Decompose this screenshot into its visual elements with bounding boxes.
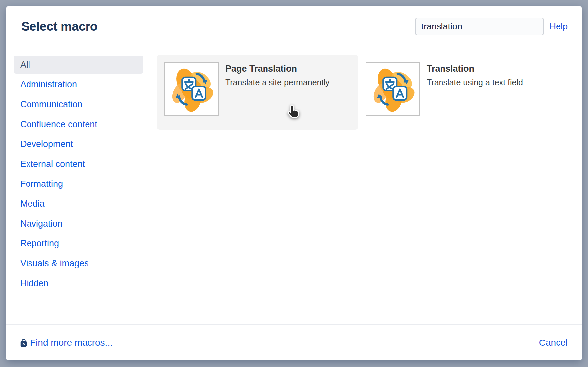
dialog-body: All Administration Communication Conflue… [6, 47, 582, 324]
category-item[interactable]: All [14, 56, 143, 74]
help-link[interactable]: Help [549, 22, 568, 32]
macro-icon-box [164, 62, 219, 116]
macro-title: Translation [427, 64, 523, 74]
translation-icon [368, 64, 418, 114]
category-item[interactable]: Reporting [14, 235, 143, 252]
macro-search-input[interactable] [415, 18, 544, 35]
page-title: Select macro [21, 20, 415, 34]
category-list: All Administration Communication Conflue… [6, 47, 150, 324]
dialog-footer: Find more macros... Cancel [6, 324, 582, 360]
find-more-macros-link[interactable]: Find more macros... [20, 338, 539, 348]
cancel-link[interactable]: Cancel [539, 338, 568, 348]
find-more-macros-label: Find more macros... [30, 338, 113, 348]
category-item[interactable]: External content [14, 155, 143, 173]
macro-results: Page Translation Translate a site perman… [150, 47, 582, 324]
macro-card[interactable]: Translation Translate using a text field [358, 55, 570, 130]
macro-description: Translate using a text field [427, 78, 523, 87]
category-item[interactable]: Hidden [14, 274, 143, 292]
category-item[interactable]: Formatting [14, 175, 143, 193]
dialog-header: Select macro Help [6, 6, 582, 47]
select-macro-dialog: Select macro Help All Administration Com… [6, 6, 582, 360]
category-item[interactable]: Visuals & images [14, 254, 143, 272]
category-item[interactable]: Navigation [14, 215, 143, 233]
macro-title: Page Translation [225, 64, 330, 74]
macro-card-text: Translation Translate using a text field [427, 62, 523, 87]
macro-icon-box [366, 62, 420, 116]
macro-card[interactable]: Page Translation Translate a site perman… [157, 55, 358, 130]
category-item[interactable]: Media [14, 195, 143, 213]
category-item[interactable]: Confluence content [14, 115, 143, 133]
category-item[interactable]: Administration [14, 76, 143, 93]
translation-icon [167, 64, 216, 114]
marketplace-icon [20, 338, 28, 348]
macro-description: Translate a site permanently [225, 78, 330, 87]
macro-card-text: Page Translation Translate a site perman… [225, 62, 330, 87]
category-item[interactable]: Development [14, 135, 143, 153]
category-item[interactable]: Communication [14, 95, 143, 113]
